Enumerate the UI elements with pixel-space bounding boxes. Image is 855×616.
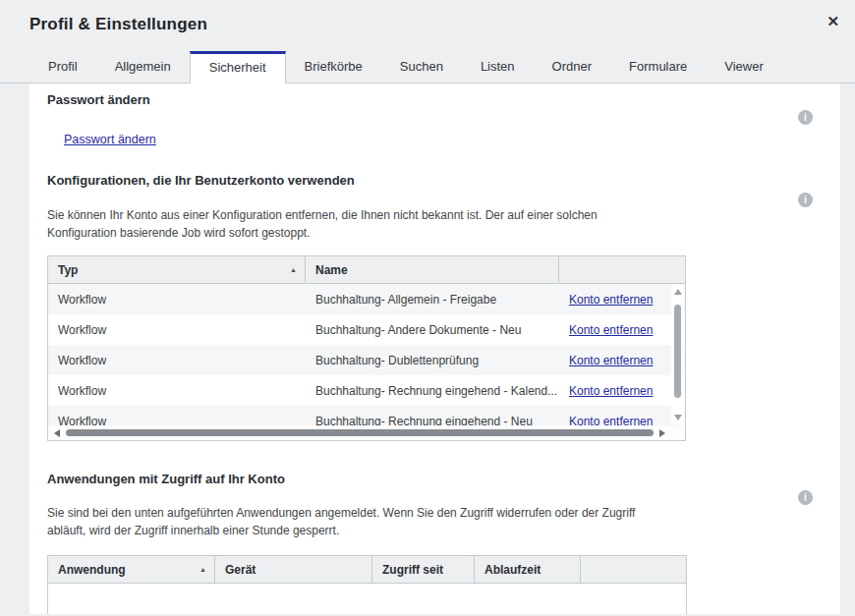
tab-viewer[interactable]: Viewer bbox=[706, 51, 782, 83]
cell-name: Buchhaltung- Rechnung eingehend - Kalend… bbox=[306, 384, 559, 398]
column-header-actions bbox=[559, 256, 685, 283]
page-title: Profil & Einstellungen bbox=[29, 15, 207, 34]
tab-sicherheit[interactable]: Sicherheit bbox=[190, 51, 286, 84]
remove-account-link[interactable]: Konto entfernen bbox=[569, 384, 653, 398]
vertical-scrollbar-thumb[interactable] bbox=[674, 305, 681, 398]
remove-account-link[interactable]: Konto entfernen bbox=[569, 323, 653, 337]
info-icon[interactable]: i bbox=[798, 490, 813, 505]
cell-name: Buchhaltung- Allgemein - Freigabe bbox=[306, 293, 559, 307]
table-header-row: Anwendung ▲ Gerät Zugriff seit Ablaufzei… bbox=[48, 556, 686, 584]
tab-bar: Profil Allgemein Sicherheit Briefkörbe S… bbox=[0, 51, 855, 84]
table-header-row: Typ ▲ Name bbox=[48, 256, 685, 284]
scroll-left-icon[interactable] bbox=[54, 429, 60, 437]
sort-asc-icon: ▲ bbox=[200, 566, 206, 573]
cell-typ: Workflow bbox=[48, 354, 306, 367]
scroll-down-icon[interactable] bbox=[674, 415, 682, 420]
table-row: Workflow Buchhaltung- Dublettenprüfung K… bbox=[48, 345, 685, 375]
info-icon[interactable]: i bbox=[798, 193, 813, 207]
column-header-name[interactable]: Name bbox=[306, 256, 559, 283]
horizontal-scrollbar[interactable] bbox=[48, 425, 685, 440]
column-header-anwendung[interactable]: Anwendung ▲ bbox=[48, 556, 215, 583]
tab-profil[interactable]: Profil bbox=[29, 51, 96, 83]
column-header-actions bbox=[581, 556, 686, 583]
column-header-label: Zugriff seit bbox=[382, 563, 443, 577]
scroll-up-icon[interactable] bbox=[674, 289, 682, 295]
cell-name: Buchhaltung- Dublettenprüfung bbox=[306, 354, 559, 367]
cell-name: Buchhaltung- Andere Dokumente - Neu bbox=[306, 323, 559, 337]
close-icon[interactable]: ✕ bbox=[826, 13, 839, 30]
configurations-section-heading: Konfigurationen, die Ihr Benutzerkonto v… bbox=[47, 173, 355, 188]
remove-account-link[interactable]: Konto entfernen bbox=[569, 354, 653, 367]
cell-typ: Workflow bbox=[48, 415, 306, 426]
configurations-table: Typ ▲ Name Workflow Buchhaltung- Allgeme… bbox=[47, 255, 686, 441]
cell-typ: Workflow bbox=[48, 384, 306, 398]
table-row: Workflow Buchhaltung- Rechnung eingehend… bbox=[48, 406, 685, 425]
remove-account-link[interactable]: Konto entfernen bbox=[569, 293, 653, 307]
applications-table: Anwendung ▲ Gerät Zugriff seit Ablaufzei… bbox=[47, 555, 687, 616]
remove-account-link[interactable]: Konto entfernen bbox=[569, 415, 653, 426]
applications-description: Sie sind bei den unten aufgeführten Anwe… bbox=[47, 504, 637, 539]
column-header-label: Anwendung bbox=[58, 563, 126, 577]
cell-typ: Workflow bbox=[48, 293, 306, 307]
vertical-scrollbar[interactable] bbox=[671, 285, 684, 424]
profile-settings-dialog: Profil & Einstellungen ✕ Profil Allgemei… bbox=[0, 0, 855, 616]
column-header-label: Ablaufzeit bbox=[484, 563, 541, 577]
cell-name: Buchhaltung- Rechnung eingehend - Neu bbox=[306, 415, 559, 426]
tab-suchen[interactable]: Suchen bbox=[381, 51, 462, 83]
column-header-label: Gerät bbox=[225, 563, 256, 577]
table-row: Workflow Buchhaltung- Allgemein - Freiga… bbox=[48, 284, 685, 314]
tab-formulare[interactable]: Formulare bbox=[610, 51, 706, 83]
table-body: Workflow Buchhaltung- Allgemein - Freiga… bbox=[48, 284, 685, 425]
column-header-geraet[interactable]: Gerät bbox=[215, 556, 372, 583]
tab-allgemein[interactable]: Allgemein bbox=[96, 51, 190, 83]
tab-briefkoerbe[interactable]: Briefkörbe bbox=[286, 51, 381, 83]
column-header-ablaufzeit[interactable]: Ablaufzeit bbox=[475, 556, 581, 583]
content-panel: Passwort ändern i Passwort ändern Konfig… bbox=[29, 84, 840, 616]
scroll-right-icon[interactable] bbox=[659, 429, 665, 437]
column-header-label: Name bbox=[315, 263, 348, 277]
tab-ordner[interactable]: Ordner bbox=[534, 51, 610, 83]
sort-asc-icon: ▲ bbox=[290, 266, 297, 273]
column-header-typ[interactable]: Typ ▲ bbox=[48, 256, 306, 283]
cell-typ: Workflow bbox=[48, 323, 306, 337]
column-header-label: Typ bbox=[58, 263, 78, 277]
table-row: Workflow Buchhaltung- Andere Dokumente -… bbox=[48, 314, 685, 345]
configurations-description: Sie können Ihr Konto aus einer Konfigura… bbox=[47, 206, 637, 242]
info-icon[interactable]: i bbox=[798, 110, 813, 125]
tab-listen[interactable]: Listen bbox=[462, 51, 534, 83]
table-row: Workflow Buchhaltung- Rechnung eingehend… bbox=[48, 375, 685, 406]
change-password-link[interactable]: Passwort ändern bbox=[64, 133, 156, 146]
password-section-heading: Passwort ändern bbox=[47, 92, 150, 107]
horizontal-scrollbar-thumb[interactable] bbox=[66, 429, 654, 436]
column-header-zugriff-seit[interactable]: Zugriff seit bbox=[372, 556, 475, 583]
applications-section-heading: Anwendungen mit Zugriff auf Ihr Konto bbox=[47, 472, 285, 486]
table-body-empty bbox=[48, 584, 686, 616]
